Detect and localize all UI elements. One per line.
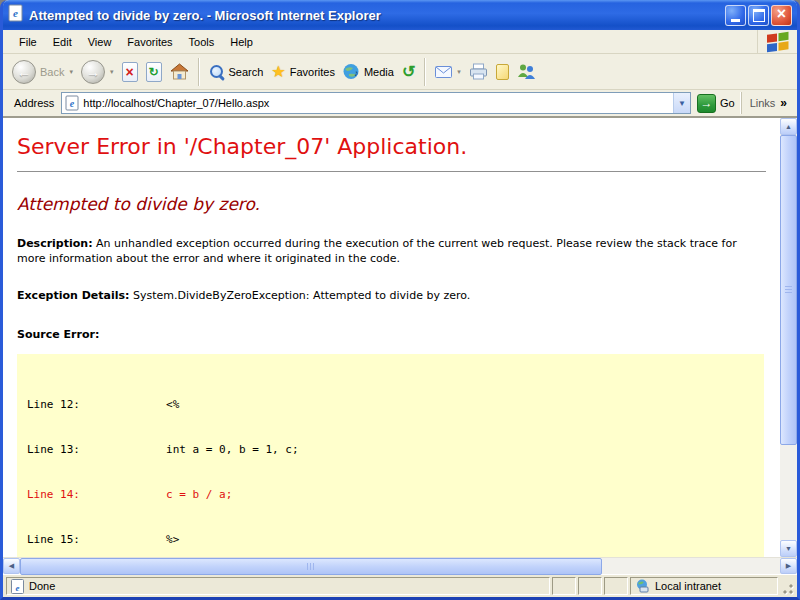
refresh-button[interactable] — [143, 60, 165, 84]
svg-text:e: e — [16, 582, 20, 592]
forward-arrow-icon — [81, 60, 105, 84]
code-line: Line 12: <% — [27, 397, 764, 412]
toolbar-separator — [198, 58, 200, 86]
scroll-right-button[interactable]: ▶ — [780, 558, 797, 574]
links-label: Links — [750, 97, 776, 109]
status-bar: e Done Local intranet — [3, 574, 797, 597]
go-button-label: Go — [720, 97, 735, 109]
status-pane-empty — [604, 577, 628, 595]
code-line-error: Line 14: c = b / a; — [27, 487, 764, 502]
description-text: An unhandled exception occurred during t… — [17, 237, 737, 265]
menu-item-edit[interactable]: Edit — [45, 32, 80, 52]
address-dropdown-button[interactable]: ▼ — [673, 93, 690, 113]
status-text: Done — [29, 580, 55, 592]
go-arrow-icon: → — [697, 94, 716, 113]
scroll-thumb-grip — [307, 563, 315, 570]
stop-icon — [122, 62, 138, 82]
description-paragraph: Description: An unhandled exception occu… — [17, 236, 765, 266]
horizontal-scroll-thumb[interactable] — [20, 558, 602, 575]
title-divider — [17, 171, 766, 172]
minimize-button[interactable] — [725, 5, 746, 26]
search-button[interactable]: Search — [206, 62, 267, 82]
maximize-button[interactable] — [748, 5, 769, 26]
stop-button[interactable] — [119, 60, 141, 84]
messenger-people-icon — [517, 63, 536, 80]
back-dropdown-chevron-icon[interactable]: ▾ — [69, 68, 73, 76]
printer-icon — [469, 63, 488, 80]
menu-bar: File Edit View Favorites Tools Help — [3, 30, 797, 54]
scroll-left-button[interactable]: ◀ — [3, 558, 20, 574]
edit-button[interactable] — [493, 62, 512, 82]
status-pane-empty — [578, 577, 602, 595]
forward-button[interactable]: ▾ — [78, 58, 117, 86]
back-button[interactable]: Back ▾ — [9, 58, 76, 86]
mail-envelope-icon — [435, 66, 452, 78]
back-arrow-icon — [12, 60, 36, 84]
horizontal-scroll-track[interactable] — [20, 558, 780, 574]
code-line: Line 13: int a = 0, b = 1, c; — [27, 442, 764, 457]
refresh-icon — [146, 62, 162, 82]
menu-item-help[interactable]: Help — [222, 32, 261, 52]
mail-dropdown-chevron-icon[interactable]: ▾ — [457, 68, 461, 76]
home-icon — [170, 63, 189, 80]
svg-text:e: e — [70, 98, 75, 109]
links-toolbar[interactable]: Links » — [741, 92, 793, 114]
close-button[interactable] — [771, 5, 792, 26]
go-button[interactable]: → Go — [691, 94, 741, 113]
toolbar-separator — [424, 58, 426, 86]
print-button[interactable] — [466, 61, 491, 82]
code-line: Line 15: %> — [27, 532, 764, 547]
exception-details-text: System.DivideByZeroException: Attempted … — [129, 289, 470, 302]
favorites-button-label: Favorites — [290, 66, 335, 78]
messenger-button[interactable] — [514, 61, 539, 82]
search-button-label: Search — [229, 66, 264, 78]
address-label: Address — [7, 97, 61, 109]
scroll-thumb-grip — [785, 286, 792, 294]
status-page-icon: e — [11, 579, 24, 594]
mail-button[interactable]: ▾ — [432, 64, 464, 80]
home-button[interactable] — [167, 61, 192, 82]
description-label: Description: — [17, 237, 93, 250]
title-bar: e Attempted to divide by zero. - Microso… — [3, 0, 797, 30]
security-zone-pane: Local intranet — [630, 577, 778, 595]
favorites-star-icon — [271, 62, 285, 81]
history-icon — [402, 62, 415, 81]
links-chevron-icon[interactable]: » — [780, 96, 787, 110]
vertical-scroll-thumb[interactable] — [780, 135, 797, 445]
resize-grip[interactable] — [780, 577, 794, 595]
forward-dropdown-chevron-icon[interactable]: ▾ — [110, 68, 114, 76]
media-globe-icon: ♪ — [343, 63, 360, 80]
exception-details-line: Exception Details: System.DivideByZeroEx… — [17, 288, 765, 303]
media-button[interactable]: ♪ Media — [340, 61, 397, 82]
edit-page-icon — [496, 64, 509, 80]
menu-item-favorites[interactable]: Favorites — [119, 32, 180, 52]
exception-details-label: Exception Details: — [17, 289, 129, 302]
error-page-content: Server Error in '/Chapter_07' Applicatio… — [3, 118, 780, 557]
standard-buttons-toolbar: Back ▾ ▾ Search Favorites ♪ Media — [3, 54, 797, 90]
source-error-label: Source Error: — [17, 327, 765, 342]
error-page-title: Server Error in '/Chapter_07' Applicatio… — [17, 134, 766, 159]
scroll-up-button[interactable]: ▲ — [780, 118, 797, 135]
scroll-down-button[interactable]: ▼ — [780, 540, 797, 557]
favorites-button[interactable]: Favorites — [268, 60, 338, 83]
error-message-heading: Attempted to divide by zero. — [17, 194, 766, 214]
page-viewport: Server Error in '/Chapter_07' Applicatio… — [3, 118, 797, 557]
ie-document-icon: e — [8, 4, 24, 26]
status-pane-empty — [552, 577, 576, 595]
window-title: Attempted to divide by zero. - Microsoft… — [29, 8, 723, 23]
menu-item-tools[interactable]: Tools — [181, 32, 223, 52]
history-button[interactable] — [399, 60, 418, 83]
address-url-text: http://localhost/Chapter_07/Hello.aspx — [83, 97, 673, 109]
security-zone-text: Local intranet — [655, 580, 721, 592]
menu-item-view[interactable]: View — [80, 32, 120, 52]
local-intranet-globe-icon — [635, 579, 650, 593]
vertical-scroll-track[interactable] — [780, 135, 797, 540]
menu-item-file[interactable]: File — [11, 32, 45, 52]
horizontal-scrollbar[interactable]: ◀ ▶ — [3, 557, 797, 574]
address-bar: Address e http://localhost/Chapter_07/He… — [3, 90, 797, 118]
status-pane-main: e Done — [6, 577, 550, 595]
vertical-scrollbar[interactable]: ▲ ▼ — [780, 118, 797, 557]
back-button-label: Back — [40, 66, 64, 78]
svg-text:e: e — [13, 7, 18, 19]
address-input[interactable]: e http://localhost/Chapter_07/Hello.aspx… — [61, 92, 691, 114]
